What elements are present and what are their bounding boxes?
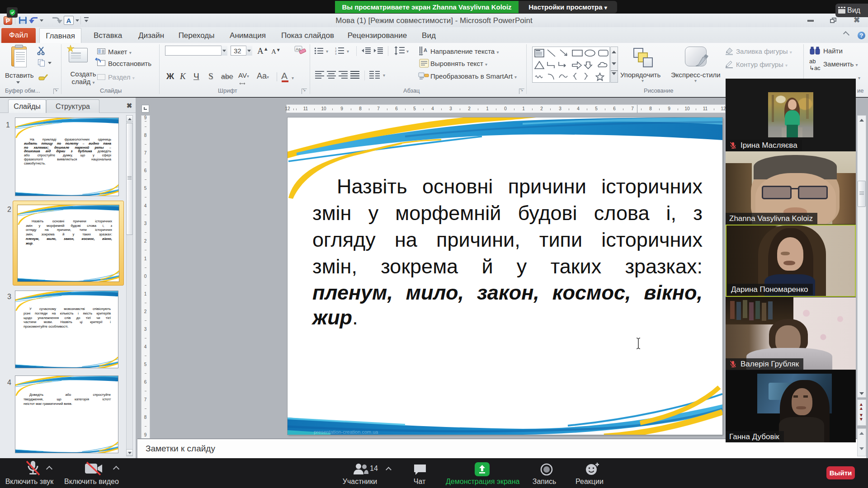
- svg-text:3: 3: [335, 52, 337, 55]
- svg-text:A: A: [424, 47, 427, 53]
